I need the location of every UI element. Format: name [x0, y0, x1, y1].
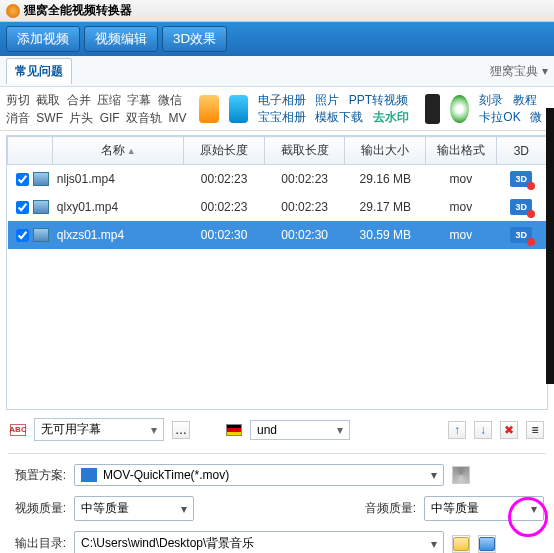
tag-link[interactable]: 压缩: [97, 93, 121, 107]
effect-3d-button[interactable]: 3D效果: [162, 26, 227, 52]
cell-orig: 00:02:30: [184, 221, 265, 249]
table-row[interactable]: qlxy01.mp400:02:2300:02:2329.17 MBmov3D: [8, 193, 547, 221]
col-size[interactable]: 输出大小: [345, 137, 426, 165]
preset-settings-button[interactable]: [452, 466, 470, 484]
guide-label: 狸窝宝典: [490, 63, 538, 80]
video-quality-select[interactable]: 中等质量 ▾: [74, 496, 194, 521]
flag-icon: [226, 424, 242, 436]
cell-cut: 00:02:23: [264, 165, 345, 194]
promo-link[interactable]: 电子相册: [258, 93, 306, 107]
settings-panel: 预置方案: MOV-QuickTime(*.mov) ▾ 视频质量: 中等质量 …: [0, 458, 554, 553]
row-checkbox[interactable]: [16, 173, 29, 186]
tag-link[interactable]: 双音轨: [126, 111, 162, 125]
chevron-down-icon: ▾: [337, 423, 343, 437]
preset-select[interactable]: MOV-QuickTime(*.mov) ▾: [74, 464, 444, 486]
d3-icon[interactable]: 3D: [510, 227, 532, 243]
promo-link[interactable]: 宝宝相册: [258, 110, 306, 124]
open-folder-button[interactable]: [478, 535, 496, 553]
row-checkbox[interactable]: [16, 229, 29, 242]
list-options-button[interactable]: ≡: [526, 421, 544, 439]
add-video-button[interactable]: 添加视频: [6, 26, 80, 52]
tag-link[interactable]: GIF: [100, 111, 120, 125]
promo-link[interactable]: PPT转视频: [349, 93, 408, 107]
delete-button[interactable]: ✖: [500, 421, 518, 439]
tag-link[interactable]: 剪切: [6, 93, 30, 107]
subtitle-bar: ABC 无可用字幕 ▾ … und ▾ ↑ ↓ ✖ ≡: [0, 410, 554, 449]
lang-select[interactable]: und ▾: [250, 420, 350, 440]
preview-panel-edge: [546, 108, 554, 384]
tag-link[interactable]: MV: [168, 111, 186, 125]
promo-link[interactable]: 模板下载: [315, 110, 363, 124]
table-row[interactable]: qlxzs01.mp400:02:3000:02:3030.59 MBmov3D: [8, 221, 547, 249]
quality-row: 视频质量: 中等质量 ▾ 音频质量: 中等质量 ▾: [10, 496, 544, 521]
audio-quality-select[interactable]: 中等质量 ▾: [424, 496, 544, 521]
guide-link[interactable]: 狸窝宝典 ▾: [490, 63, 548, 80]
title-bar: 狸窝全能视频转换器: [0, 0, 554, 22]
edit-video-button[interactable]: 视频编辑: [84, 26, 158, 52]
subtitle-select[interactable]: 无可用字幕 ▾: [34, 418, 164, 441]
promo-link-watermark[interactable]: 去水印: [373, 110, 409, 124]
row-checkbox[interactable]: [16, 201, 29, 214]
output-row: 输出目录: C:\Users\wind\Desktop\背景音乐 ▾: [10, 531, 544, 553]
move-down-button[interactable]: ↓: [474, 421, 492, 439]
subtitle-add-button[interactable]: …: [172, 421, 190, 439]
out-value: C:\Users\wind\Desktop\背景音乐: [81, 535, 254, 552]
col-fmt[interactable]: 输出格式: [426, 137, 497, 165]
promo-link[interactable]: 教程: [513, 93, 537, 107]
move-up-button[interactable]: ↑: [448, 421, 466, 439]
tag-link[interactable]: 合并: [67, 93, 91, 107]
tag-link[interactable]: SWF: [36, 111, 63, 125]
folder-icon: [453, 537, 469, 551]
browse-button[interactable]: [452, 535, 470, 553]
tag-link[interactable]: 字幕: [127, 93, 151, 107]
app-logo-icon: [6, 4, 20, 18]
promo-link[interactable]: 照片: [315, 93, 339, 107]
chevron-down-icon: ▾: [151, 423, 157, 437]
preset-row: 预置方案: MOV-QuickTime(*.mov) ▾: [10, 464, 544, 486]
cell-cut: 00:02:23: [264, 193, 345, 221]
table-row[interactable]: nljs01.mp400:02:2300:02:2329.16 MBmov3D: [8, 165, 547, 194]
col-3d[interactable]: 3D: [496, 137, 546, 165]
tag-link[interactable]: 截取: [36, 93, 60, 107]
tools-icon: [453, 467, 469, 483]
divider: [8, 453, 546, 454]
sort-icon: ▲: [127, 146, 136, 156]
preset-label: 预置方案:: [10, 467, 66, 484]
video-file-icon: [33, 172, 49, 186]
chevron-down-icon: ▾: [181, 502, 187, 516]
col-cut[interactable]: 截取长度: [264, 137, 345, 165]
faq-tab[interactable]: 常见问题: [6, 58, 72, 84]
cell-size: 29.17 MB: [345, 193, 426, 221]
col-name[interactable]: 名称▲: [53, 137, 184, 165]
col-check[interactable]: [8, 137, 53, 165]
promo-link[interactable]: 卡拉OK: [479, 110, 520, 124]
cell-orig: 00:02:23: [184, 193, 265, 221]
chevron-down-icon: ▾: [542, 64, 548, 78]
promo-link[interactable]: 微: [530, 110, 542, 124]
folder-open-icon: [479, 537, 495, 551]
cell-name: qlxzs01.mp4: [53, 221, 184, 249]
file-table-wrap: 名称▲ 原始长度 截取长度 输出大小 输出格式 3D nljs01.mp400:…: [6, 135, 548, 410]
subtitle-value: 无可用字幕: [41, 421, 101, 438]
promo-link[interactable]: 刻录: [479, 93, 503, 107]
cell-name: nljs01.mp4: [53, 165, 184, 194]
tag-link[interactable]: 消音: [6, 111, 30, 125]
output-dir-select[interactable]: C:\Users\wind\Desktop\背景音乐 ▾: [74, 531, 444, 553]
tag-group-1: 剪切 截取 合并 压缩 字幕 微信 消音 SWF 片头 GIF 双音轨 MV: [6, 91, 189, 127]
cell-orig: 00:02:23: [184, 165, 265, 194]
d3-icon[interactable]: 3D: [510, 199, 532, 215]
vq-value: 中等质量: [81, 500, 129, 517]
tag-link[interactable]: 微信: [158, 93, 182, 107]
vq-label: 视频质量:: [10, 500, 66, 517]
cell-fmt: mov: [426, 165, 497, 194]
cell-size: 29.16 MB: [345, 165, 426, 194]
preset-value: MOV-QuickTime(*.mov): [103, 468, 229, 482]
cell-cut: 00:02:30: [264, 221, 345, 249]
tag-link[interactable]: 片头: [69, 111, 93, 125]
col-orig[interactable]: 原始长度: [184, 137, 265, 165]
disc-icon: [450, 95, 469, 123]
cell-fmt: mov: [426, 193, 497, 221]
chevron-down-icon: ▾: [431, 468, 437, 482]
main-toolbar: 添加视频 视频编辑 3D效果: [0, 22, 554, 56]
d3-icon[interactable]: 3D: [510, 171, 532, 187]
